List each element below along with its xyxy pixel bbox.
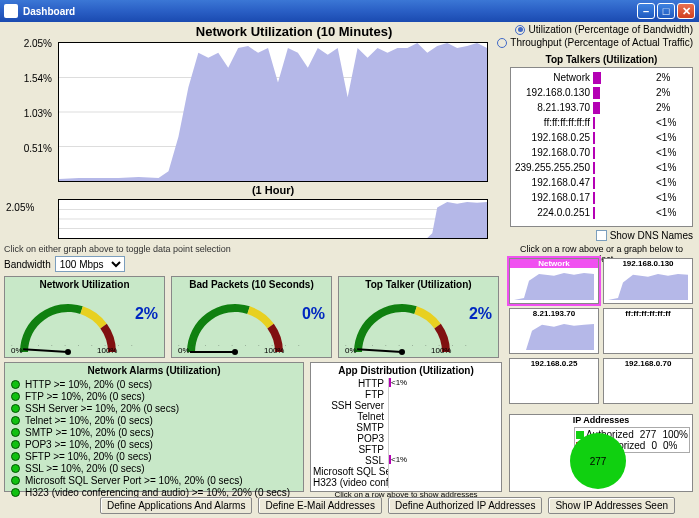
talker-row[interactable]: 192.168.0.17<1% [511,190,692,205]
talker-row[interactable]: 192.168.0.25<1% [511,130,692,145]
mini-chart[interactable]: 192.168.0.130 [603,258,693,304]
app-dist-row[interactable]: SSL<1% [313,455,499,466]
app-bar-cell [388,433,499,444]
talker-row[interactable]: 224.0.0.251<1% [511,205,692,220]
talker-bar-cell [593,132,653,144]
ip-title: IP Addresses [510,415,692,425]
talker-bar-cell [593,192,653,204]
app-bar-cell [388,444,499,455]
gauge-box[interactable]: Top Talker (Utilization)2%0%. . . . . . … [338,276,499,358]
close-button[interactable]: ✕ [677,3,695,19]
app-dist-row[interactable]: H323 (video confe... [313,477,499,488]
talker-row[interactable]: 239.255.255.250<1% [511,160,692,175]
talker-row[interactable]: 192.168.0.1302% [511,85,692,100]
alarm-text: POP3 >= 10%, 20% (0 secs) [25,439,153,450]
y-tick: 1.03% [24,108,52,119]
talker-bar [593,192,595,204]
alarm-row[interactable]: Telnet >= 10%, 20% (0 secs) [5,414,303,426]
talker-row[interactable]: ff:ff:ff:ff:ff:ff<1% [511,115,692,130]
talker-value: 2% [653,102,683,113]
mini-chart[interactable]: ff:ff:ff:ff:ff:ff [603,308,693,354]
mini-chart[interactable]: 8.21.193.70 [509,308,599,354]
app-bar-cell [388,422,499,433]
minimize-button[interactable]: – [637,3,655,19]
app-bar-cell [388,411,499,422]
app-dist-row[interactable]: POP3 [313,433,499,444]
hour-chart[interactable] [58,199,488,239]
alarm-row[interactable]: SSH Server >= 10%, 20% (0 secs) [5,402,303,414]
app-dist-row[interactable]: Telnet [313,411,499,422]
talker-bar-cell [593,147,653,159]
app-dist-row[interactable]: FTP [313,389,499,400]
gauge-box[interactable]: Network Utilization2%0%. . . . . . . . .… [4,276,165,358]
define-email-button[interactable]: Define E-Mail Addresses [258,497,382,514]
app-dist-row[interactable]: SSH Server [313,400,499,411]
hour-chart-y-label: 2.05% [6,202,34,213]
maximize-button[interactable]: □ [657,3,675,19]
toggle-hint: Click on either graph above to toggle da… [4,244,231,254]
alarm-text: Telnet >= 10%, 20% (0 secs) [25,415,153,426]
talker-value: <1% [653,117,683,128]
status-dot-icon [11,452,20,461]
mini-chart-title: 192.168.0.70 [604,359,692,368]
content-area: Utilization (Percentage of Bandwidth) Th… [0,22,699,518]
alarm-row[interactable]: SSL >= 10%, 20% (0 secs) [5,462,303,474]
mini-chart[interactable]: 192.168.0.70 [603,358,693,404]
main-chart[interactable] [58,42,488,182]
alarm-row[interactable]: HTTP >= 10%, 20% (0 secs) [5,378,303,390]
show-dns-label: Show DNS Names [610,230,693,241]
app-label: SSH Server [313,400,388,411]
app-value: <1% [391,455,407,464]
y-tick: 1.54% [24,73,52,84]
define-authorized-button[interactable]: Define Authorized IP Addresses [388,497,542,514]
define-apps-button[interactable]: Define Applications And Alarms [100,497,252,514]
talker-row[interactable]: 8.21.193.702% [511,100,692,115]
radio-utilization[interactable] [515,25,525,35]
bandwidth-select[interactable]: 100 Mbps [55,256,125,272]
top-talkers-panel: Top Talkers (Utilization) Network2%192.1… [510,54,693,227]
talker-value: <1% [653,162,683,173]
app-dist-row[interactable]: HTTP<1% [313,378,499,389]
app-dist-row[interactable]: SMTP [313,422,499,433]
gauge-box[interactable]: Bad Packets (10 Seconds)0%0%. . . . . . … [171,276,332,358]
alarm-row[interactable]: SFTP >= 10%, 20% (0 secs) [5,450,303,462]
app-distribution-panel: App Distribution (Utilization) HTTP<1%FT… [310,362,502,492]
gauge-marks: . . . . . . . . . . [178,341,305,347]
legend-pct: 100% [662,429,688,440]
app-label: SSL [313,455,388,466]
metric-mode-radios: Utilization (Percentage of Bandwidth) Th… [497,24,693,50]
talker-bar-cell [593,87,653,99]
top-talkers-list: Network2%192.168.0.1302%8.21.193.702%ff:… [510,67,693,227]
talker-bar [593,87,600,99]
show-dns-checkbox[interactable] [596,230,607,241]
alarm-text: SSL >= 10%, 20% (0 secs) [25,463,145,474]
alarm-row[interactable]: FTP >= 10%, 20% (0 secs) [5,390,303,402]
status-dot-icon [11,428,20,437]
talker-bar [593,177,595,189]
talker-value: <1% [653,132,683,143]
show-ip-button[interactable]: Show IP Addresses Seen [548,497,675,514]
mini-chart-title: ff:ff:ff:ff:ff:ff [604,309,692,318]
titlebar: Dashboard – □ ✕ [0,0,699,22]
app-bar-cell: <1% [388,455,499,466]
gauge-title: Network Utilization [5,277,164,290]
talker-bar [593,162,595,174]
ip-pie-chart[interactable]: 277 [570,433,626,489]
talker-row[interactable]: Network2% [511,70,692,85]
mini-chart[interactable]: 192.168.0.25 [509,358,599,404]
bandwidth-row: Bandwidth 100 Mbps [4,256,125,272]
gauge-max-label: 100% [264,346,284,355]
alarm-row[interactable]: Microsoft SQL Server Port >= 10%, 20% (0… [5,474,303,486]
talker-row[interactable]: 192.168.0.70<1% [511,145,692,160]
mini-chart[interactable]: Network [509,258,599,304]
alarm-row[interactable]: SMTP >= 10%, 20% (0 secs) [5,426,303,438]
talker-bar [593,132,595,144]
talker-bar-cell [593,72,653,84]
gauge-max-label: 100% [431,346,451,355]
top-talkers-title: Top Talkers (Utilization) [510,54,693,65]
app-dist-row[interactable]: Microsoft SQL Ser... [313,466,499,477]
show-dns-row: Show DNS Names [596,230,693,241]
app-dist-row[interactable]: SFTP [313,444,499,455]
talker-row[interactable]: 192.168.0.47<1% [511,175,692,190]
alarm-row[interactable]: POP3 >= 10%, 20% (0 secs) [5,438,303,450]
